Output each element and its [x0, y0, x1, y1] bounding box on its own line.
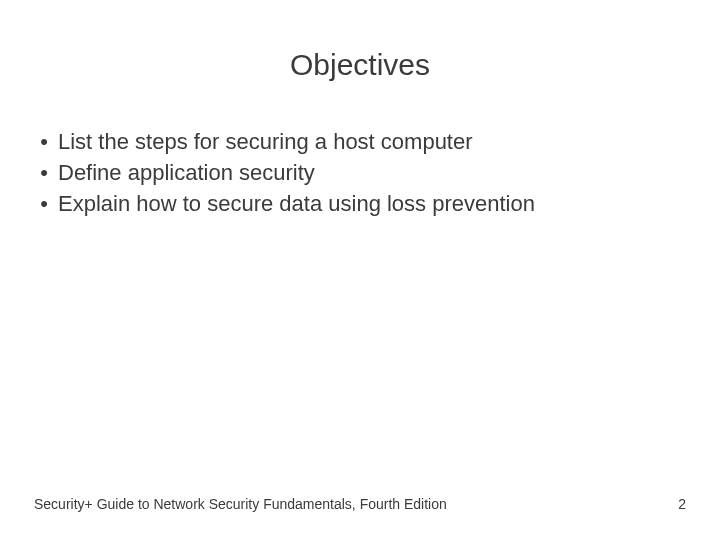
bullet-text: List the steps for securing a host compu…	[58, 126, 473, 157]
list-item: • Define application security	[30, 157, 690, 188]
list-item: • Explain how to secure data using loss …	[30, 188, 690, 219]
bullet-text: Explain how to secure data using loss pr…	[58, 188, 535, 219]
list-item: • List the steps for securing a host com…	[30, 126, 690, 157]
bullet-text: Define application security	[58, 157, 315, 188]
bullet-icon: •	[30, 157, 58, 188]
page-number: 2	[678, 496, 686, 512]
footer-text: Security+ Guide to Network Security Fund…	[34, 496, 447, 512]
slide-footer: Security+ Guide to Network Security Fund…	[34, 496, 686, 512]
bullet-icon: •	[30, 188, 58, 219]
bullet-icon: •	[30, 126, 58, 157]
bullet-list: • List the steps for securing a host com…	[0, 82, 720, 220]
slide-title: Objectives	[0, 0, 720, 82]
slide: Objectives • List the steps for securing…	[0, 0, 720, 540]
